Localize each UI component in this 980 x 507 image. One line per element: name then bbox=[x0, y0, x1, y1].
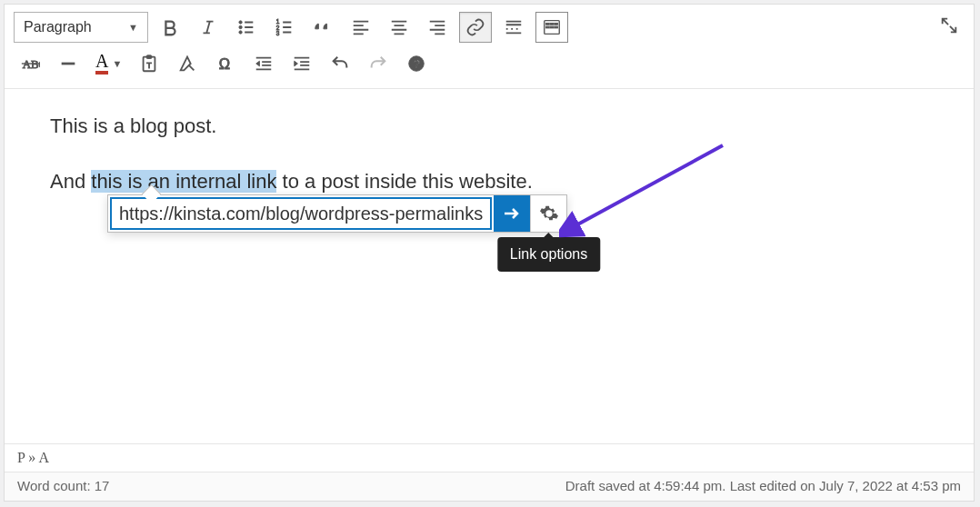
svg-rect-12 bbox=[555, 26, 558, 28]
clear-format-button[interactable] bbox=[171, 48, 204, 79]
svg-rect-11 bbox=[550, 26, 554, 28]
fullscreen-button[interactable] bbox=[939, 15, 959, 39]
outdent-button[interactable] bbox=[247, 48, 280, 79]
link-button[interactable] bbox=[459, 12, 492, 43]
undo-button[interactable] bbox=[324, 48, 356, 79]
text-color-button[interactable]: A ▼ bbox=[90, 48, 127, 79]
save-status: Draft saved at 4:59:44 pm. Last edited o… bbox=[565, 478, 961, 493]
link-url-input[interactable] bbox=[110, 197, 492, 230]
caret-down-icon: ▼ bbox=[128, 22, 138, 33]
indent-button[interactable] bbox=[285, 48, 318, 79]
svg-text:?: ? bbox=[415, 58, 421, 71]
align-right-button[interactable] bbox=[421, 12, 454, 43]
paste-text-button[interactable]: T bbox=[133, 48, 165, 79]
status-bottom: Word count: 17 Draft saved at 4:59:44 pm… bbox=[5, 472, 974, 501]
svg-text:3: 3 bbox=[276, 30, 280, 36]
toolbar-row-2: ABC A ▼ T Ω bbox=[14, 48, 965, 79]
hr-button[interactable] bbox=[52, 48, 85, 79]
svg-rect-15 bbox=[147, 55, 153, 59]
editor-container: Paragraph ▼ 123 bbox=[4, 4, 975, 502]
svg-point-2 bbox=[239, 31, 242, 34]
readmore-button[interactable] bbox=[497, 12, 530, 43]
content-line-1: This is a blog post. bbox=[50, 111, 928, 141]
content-line-2: And this is an internal link to a post i… bbox=[50, 166, 928, 196]
svg-rect-8 bbox=[550, 23, 554, 25]
bullet-list-button[interactable] bbox=[230, 12, 263, 43]
svg-rect-9 bbox=[555, 23, 558, 25]
toolbar: Paragraph ▼ 123 bbox=[5, 5, 974, 89]
svg-rect-10 bbox=[546, 26, 550, 28]
format-select[interactable]: Paragraph ▼ bbox=[14, 12, 148, 43]
content-area[interactable]: This is a blog post. And this is an inte… bbox=[5, 89, 974, 443]
svg-text:Ω: Ω bbox=[219, 55, 230, 72]
word-count: Word count: 17 bbox=[17, 478, 109, 493]
svg-rect-7 bbox=[546, 23, 550, 25]
link-options-button[interactable]: Link options bbox=[530, 195, 566, 232]
align-center-button[interactable] bbox=[383, 12, 415, 43]
toolbar-toggle-button[interactable] bbox=[535, 12, 568, 43]
format-select-label: Paragraph bbox=[24, 19, 92, 35]
selected-link-text[interactable]: this is an internal link bbox=[91, 170, 276, 193]
bold-button[interactable] bbox=[154, 12, 186, 43]
apply-link-button[interactable] bbox=[494, 195, 530, 232]
toolbar-row-1: Paragraph ▼ 123 bbox=[14, 12, 965, 43]
numbered-list-button[interactable]: 123 bbox=[268, 12, 301, 43]
element-path[interactable]: P » A bbox=[5, 444, 974, 472]
strikethrough-button[interactable]: ABC bbox=[14, 48, 46, 79]
link-options-tooltip: Link options bbox=[497, 237, 600, 272]
blockquote-button[interactable] bbox=[306, 12, 339, 43]
text-color-icon: A bbox=[95, 53, 108, 75]
svg-point-0 bbox=[239, 21, 242, 24]
svg-text:T: T bbox=[147, 61, 153, 70]
special-char-button[interactable]: Ω bbox=[209, 48, 242, 79]
align-left-button[interactable] bbox=[345, 12, 377, 43]
status-bar: P » A Word count: 17 Draft saved at 4:59… bbox=[5, 443, 974, 501]
svg-point-1 bbox=[239, 25, 242, 28]
redo-button[interactable] bbox=[362, 48, 395, 79]
help-button[interactable]: ? bbox=[400, 48, 433, 79]
link-popup: Link options bbox=[107, 194, 567, 233]
caret-down-icon: ▼ bbox=[112, 58, 122, 69]
italic-button[interactable] bbox=[192, 12, 225, 43]
